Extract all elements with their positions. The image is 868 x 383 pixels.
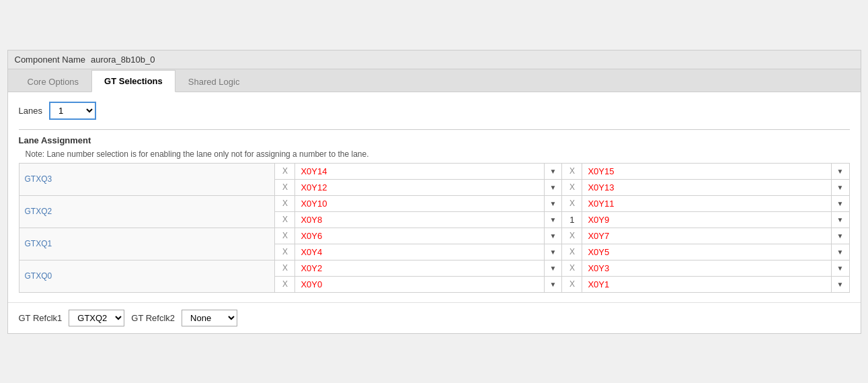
right-x-cell: X bbox=[562, 179, 582, 195]
left-arrow-cell[interactable]: ▼ bbox=[544, 276, 562, 292]
tab-shared-logic[interactable]: Shared Logic bbox=[175, 71, 253, 92]
right-x-cell: X bbox=[562, 228, 582, 244]
main-container: Component Name aurora_8b10b_0 Core Optio… bbox=[7, 50, 861, 334]
left-arrow-cell[interactable]: ▼ bbox=[544, 228, 562, 244]
right-val-cell[interactable]: X0Y5 bbox=[582, 244, 831, 260]
right-arrow-cell[interactable]: ▼ bbox=[831, 179, 849, 195]
left-x-cell: X bbox=[275, 195, 295, 211]
left-arrow-cell[interactable]: ▼ bbox=[544, 195, 562, 211]
right-val-cell[interactable]: X0Y7 bbox=[582, 228, 831, 244]
left-val-cell[interactable]: X0Y6 bbox=[295, 228, 544, 244]
table-row: GTXQ3XX0Y14▼XX0Y15▼ bbox=[19, 163, 849, 179]
left-arrow-cell[interactable]: ▼ bbox=[544, 163, 562, 179]
gt-group-label: GTXQ0 bbox=[19, 260, 275, 292]
component-name-bar: Component Name aurora_8b10b_0 bbox=[8, 50, 861, 69]
right-val-cell[interactable]: X0Y11 bbox=[582, 195, 831, 211]
left-val-cell[interactable]: X0Y2 bbox=[295, 260, 544, 276]
right-val-cell[interactable]: X0Y1 bbox=[582, 276, 831, 292]
right-arrow-cell[interactable]: ▼ bbox=[831, 211, 849, 228]
left-val-cell[interactable]: X0Y10 bbox=[295, 195, 544, 211]
lane-assignment-section: Lane Assignment Note: Lane number select… bbox=[19, 129, 850, 293]
bottom-bar: GT Refclk1 GTXQ0 GTXQ1 GTXQ2 GTXQ3 GT Re… bbox=[8, 302, 861, 333]
left-val-cell[interactable]: X0Y4 bbox=[295, 244, 544, 260]
right-val-cell[interactable]: X0Y13 bbox=[582, 179, 831, 195]
table-row: GTXQ2XX0Y10▼XX0Y11▼ bbox=[19, 195, 849, 211]
left-val-cell[interactable]: X0Y14 bbox=[295, 163, 544, 179]
right-val-cell[interactable]: X0Y3 bbox=[582, 260, 831, 276]
left-arrow-cell[interactable]: ▼ bbox=[544, 244, 562, 260]
left-val-cell[interactable]: X0Y12 bbox=[295, 179, 544, 195]
left-val-cell[interactable]: X0Y8 bbox=[295, 211, 544, 228]
table-row: GTXQ1XX0Y6▼XX0Y7▼ bbox=[19, 228, 849, 244]
left-arrow-cell[interactable]: ▼ bbox=[544, 179, 562, 195]
refclk2-select[interactable]: None GTXQ0 GTXQ1 GTXQ2 GTXQ3 bbox=[182, 310, 237, 326]
gt-table: GTXQ3XX0Y14▼XX0Y15▼XX0Y12▼XX0Y13▼GTXQ2XX… bbox=[19, 163, 850, 293]
left-x-cell: X bbox=[275, 163, 295, 179]
refclk1-label: GT Refclk1 bbox=[19, 313, 63, 323]
note-text: Note: Lane number selection is for enabl… bbox=[19, 149, 850, 159]
left-arrow-cell[interactable]: ▼ bbox=[544, 211, 562, 228]
component-name-label: Component Name bbox=[15, 55, 86, 65]
right-arrow-cell[interactable]: ▼ bbox=[831, 244, 849, 260]
left-x-cell: X bbox=[275, 260, 295, 276]
right-x-cell: X bbox=[562, 276, 582, 292]
right-arrow-cell[interactable]: ▼ bbox=[831, 228, 849, 244]
right-x-cell: X bbox=[562, 163, 582, 179]
content-area: Lanes 1 2 4 8 Lane Assignment Note: Lane… bbox=[8, 92, 861, 302]
left-val-cell[interactable]: X0Y0 bbox=[295, 276, 544, 292]
lane-assignment-title: Lane Assignment bbox=[19, 135, 850, 145]
gt-group-label: GTXQ3 bbox=[19, 163, 275, 195]
table-row: GTXQ0XX0Y2▼XX0Y3▼ bbox=[19, 260, 849, 276]
right-x-cell: 1 bbox=[562, 211, 582, 228]
lanes-row: Lanes 1 2 4 8 bbox=[19, 102, 850, 120]
left-x-cell: X bbox=[275, 276, 295, 292]
tabs-bar: Core Options GT Selections Shared Logic bbox=[8, 69, 861, 92]
right-arrow-cell[interactable]: ▼ bbox=[831, 163, 849, 179]
tab-gt-selections[interactable]: GT Selections bbox=[91, 70, 175, 92]
left-x-cell: X bbox=[275, 211, 295, 228]
gt-group-label: GTXQ2 bbox=[19, 195, 275, 228]
lanes-label: Lanes bbox=[19, 106, 42, 116]
left-x-cell: X bbox=[275, 179, 295, 195]
right-arrow-cell[interactable]: ▼ bbox=[831, 195, 849, 211]
right-x-cell: X bbox=[562, 244, 582, 260]
component-name-value: aurora_8b10b_0 bbox=[91, 55, 155, 65]
left-x-cell: X bbox=[275, 228, 295, 244]
refclk1-select[interactable]: GTXQ0 GTXQ1 GTXQ2 GTXQ3 bbox=[69, 310, 124, 326]
right-val-cell[interactable]: X0Y15 bbox=[582, 163, 831, 179]
left-x-cell: X bbox=[275, 244, 295, 260]
right-x-cell: X bbox=[562, 260, 582, 276]
lanes-select[interactable]: 1 2 4 8 bbox=[49, 102, 96, 120]
right-x-cell: X bbox=[562, 195, 582, 211]
gt-group-label: GTXQ1 bbox=[19, 228, 275, 260]
right-arrow-cell[interactable]: ▼ bbox=[831, 260, 849, 276]
left-arrow-cell[interactable]: ▼ bbox=[544, 260, 562, 276]
right-arrow-cell[interactable]: ▼ bbox=[831, 276, 849, 292]
tab-core-options[interactable]: Core Options bbox=[15, 71, 92, 92]
refclk2-label: GT Refclk2 bbox=[131, 313, 175, 323]
right-val-cell[interactable]: X0Y9 bbox=[582, 211, 831, 228]
